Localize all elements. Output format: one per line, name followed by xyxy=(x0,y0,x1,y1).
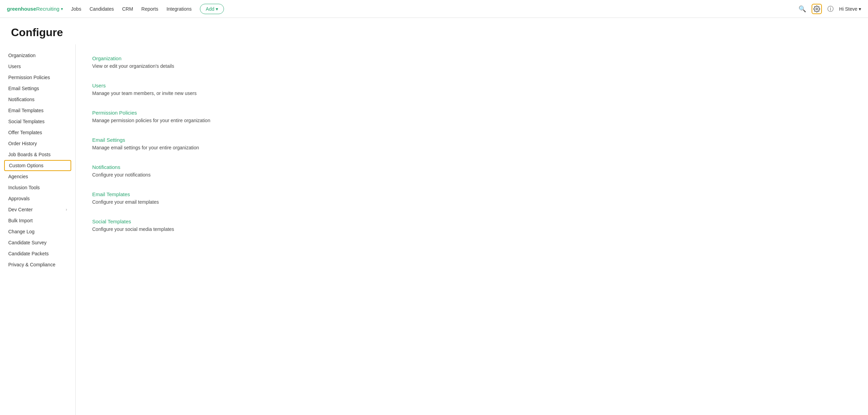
content-section-users: Users Manage your team members, or invit… xyxy=(92,83,851,96)
sidebar-item-email-templates[interactable]: Email Templates xyxy=(0,105,75,116)
nav-right: 🔍 ⓘ Hi Steve ▾ xyxy=(799,4,861,14)
users-desc: Manage your team members, or invite new … xyxy=(92,91,851,96)
notifications-link[interactable]: Notifications xyxy=(92,164,120,170)
top-navigation: greenhouse Recruiting ▾ Jobs Candidates … xyxy=(0,0,868,18)
sidebar-item-bulk-import[interactable]: Bulk Import xyxy=(0,215,75,226)
permission-policies-desc: Manage permission policies for your enti… xyxy=(92,118,851,123)
sidebar-item-offer-templates[interactable]: Offer Templates xyxy=(0,127,75,138)
email-settings-desc: Manage email settings for your entire or… xyxy=(92,145,851,150)
sidebar-item-organization[interactable]: Organization xyxy=(0,50,75,61)
social-templates-desc: Configure your social media templates xyxy=(92,226,851,232)
content-section-organization: Organization View or edit your organizat… xyxy=(92,55,851,69)
nav-candidates[interactable]: Candidates xyxy=(89,6,114,12)
content-section-email-settings: Email Settings Manage email settings for… xyxy=(92,137,851,150)
organization-link[interactable]: Organization xyxy=(92,55,121,61)
sidebar-item-inclusion-tools[interactable]: Inclusion Tools xyxy=(0,182,75,193)
help-icon[interactable]: ⓘ xyxy=(827,5,834,13)
content-section-permission-policies: Permission Policies Manage permission po… xyxy=(92,110,851,123)
main-layout: Organization Users Permission Policies E… xyxy=(0,44,868,415)
brand-dropdown-icon: ▾ xyxy=(61,7,63,11)
social-templates-link[interactable]: Social Templates xyxy=(92,219,131,224)
sidebar-item-email-settings[interactable]: Email Settings xyxy=(0,83,75,94)
content-section-notifications: Notifications Configure your notificatio… xyxy=(92,164,851,178)
permission-policies-link[interactable]: Permission Policies xyxy=(92,110,137,116)
chevron-right-icon: › xyxy=(66,207,67,212)
content-section-social-templates: Social Templates Configure your social m… xyxy=(92,219,851,232)
email-templates-link[interactable]: Email Templates xyxy=(92,191,130,197)
sidebar-item-agencies[interactable]: Agencies xyxy=(0,171,75,182)
sidebar-item-privacy-compliance[interactable]: Privacy & Compliance xyxy=(0,259,75,270)
nav-jobs[interactable]: Jobs xyxy=(71,6,82,12)
sidebar-item-approvals[interactable]: Approvals xyxy=(0,193,75,204)
sidebar-item-order-history[interactable]: Order History xyxy=(0,138,75,149)
add-button[interactable]: Add ▾ xyxy=(200,4,224,14)
nav-links: Jobs Candidates CRM Reports Integrations… xyxy=(71,4,799,14)
sidebar: Organization Users Permission Policies E… xyxy=(0,44,76,415)
sidebar-item-candidate-packets[interactable]: Candidate Packets xyxy=(0,248,75,259)
organization-desc: View or edit your organization's details xyxy=(92,63,851,69)
search-icon[interactable]: 🔍 xyxy=(799,5,806,13)
content-area: Organization View or edit your organizat… xyxy=(76,44,868,415)
user-menu[interactable]: Hi Steve ▾ xyxy=(839,6,861,12)
email-settings-link[interactable]: Email Settings xyxy=(92,137,125,143)
sidebar-item-job-boards[interactable]: Job Boards & Posts xyxy=(0,149,75,160)
brand-recruiting: Recruiting xyxy=(36,6,60,12)
sidebar-item-dev-center[interactable]: Dev Center › xyxy=(0,204,75,215)
sidebar-item-permission-policies[interactable]: Permission Policies xyxy=(0,72,75,83)
sidebar-item-notifications[interactable]: Notifications xyxy=(0,94,75,105)
brand-logo[interactable]: greenhouse Recruiting ▾ xyxy=(7,6,63,12)
nav-reports[interactable]: Reports xyxy=(141,6,158,12)
nav-crm[interactable]: CRM xyxy=(122,6,133,12)
sidebar-item-custom-options[interactable]: Custom Options xyxy=(4,160,71,171)
sidebar-item-social-templates[interactable]: Social Templates xyxy=(0,116,75,127)
brand-greenhouse: greenhouse xyxy=(7,6,36,12)
sidebar-item-users[interactable]: Users xyxy=(0,61,75,72)
svg-point-0 xyxy=(816,8,818,10)
page-title: Configure xyxy=(11,26,857,39)
sidebar-item-candidate-survey[interactable]: Candidate Survey xyxy=(0,237,75,248)
notifications-desc: Configure your notifications xyxy=(92,172,851,178)
settings-button[interactable] xyxy=(812,4,822,14)
email-templates-desc: Configure your email templates xyxy=(92,199,851,205)
content-section-email-templates: Email Templates Configure your email tem… xyxy=(92,191,851,205)
users-link[interactable]: Users xyxy=(92,83,106,88)
page-title-area: Configure xyxy=(0,18,868,44)
sidebar-item-change-log[interactable]: Change Log xyxy=(0,226,75,237)
gear-icon xyxy=(813,6,820,12)
nav-integrations[interactable]: Integrations xyxy=(167,6,192,12)
